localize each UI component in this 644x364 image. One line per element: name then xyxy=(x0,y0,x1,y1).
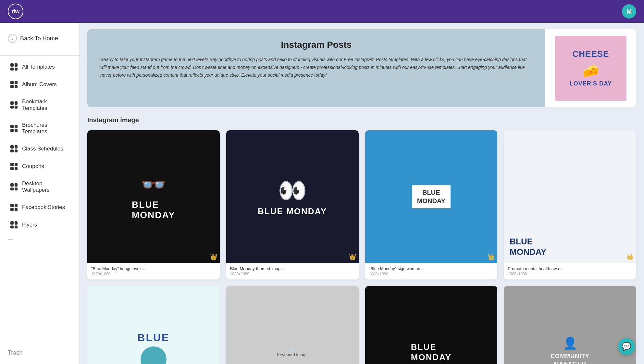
template-grid-row1: 👓 BLUEMONDAY 👑 "Blue Monday" image evok.… xyxy=(87,130,636,280)
crown-icon: 👑 xyxy=(210,253,217,260)
sidebar-item-class-schedules[interactable]: Class Schedules xyxy=(3,141,77,157)
grid-icon xyxy=(10,183,18,190)
grid-icon xyxy=(10,145,18,152)
sidebar-item-coupons[interactable]: Coupons xyxy=(3,158,77,175)
eyes-icon: 👀 xyxy=(278,177,307,204)
grid-icon xyxy=(10,204,18,211)
main-layout: ‹ Back To Home All Templates Album Cover… xyxy=(0,23,644,364)
template-info-1: "Blue Monday" image evok... 1080x1080 xyxy=(87,263,220,280)
grid-icon xyxy=(10,101,18,109)
template-card-8[interactable]: 👤 COMMUNITYMANAGER Community Manager pos… xyxy=(504,286,636,364)
teal-circle xyxy=(141,346,167,364)
main-content: Instagram Posts Ready to take your Insta… xyxy=(80,23,644,364)
template-card-4[interactable]: BLUEMONDAY 👑 Promote mental health awa..… xyxy=(504,130,636,280)
sidebar-item-all-templates[interactable]: All Templates xyxy=(3,59,77,75)
template-card-6[interactable]: ⌨️Keyboard image Person typing on keyboa… xyxy=(226,286,359,364)
topbar: dw M xyxy=(0,0,644,23)
template-size-3: 1080x1080 xyxy=(369,272,494,276)
grid-icon xyxy=(10,81,18,88)
crown-icon: 👑 xyxy=(626,253,634,260)
template-name-3: "Blue Monday" sign woman... xyxy=(369,266,494,271)
hero-banner: Instagram Posts Ready to take your Insta… xyxy=(87,29,636,107)
logo[interactable]: dw xyxy=(8,4,23,19)
template-card-7[interactable]: BLUEMONDAY "Blue Monday" dark poster... … xyxy=(365,286,498,364)
template-thumb-3: BLUEMONDAY 👑 xyxy=(365,130,498,263)
hero-text-area: Instagram Posts Ready to take your Insta… xyxy=(87,29,545,107)
template-thumb-2: 👀 BLUE MONDAY 👑 xyxy=(226,130,359,263)
grid-icon xyxy=(10,63,18,71)
template-size-2: 1080x1080 xyxy=(230,272,355,276)
template-grid-row2: BLUE Blue Monday sad character... 1080x1… xyxy=(87,286,636,364)
template-info-4: Promote mental health awa... 1080x1080 xyxy=(504,263,636,280)
template-size-4: 1080x1080 xyxy=(508,272,632,276)
hero-image: CHEESE 🧀 LOVER'S DAY xyxy=(545,29,636,107)
cheese-title: CHEESE xyxy=(573,49,609,59)
sidebar-item-album-covers[interactable]: Album Covers xyxy=(3,76,77,93)
template-thumb-5: BLUE xyxy=(87,286,220,364)
template-card-3[interactable]: BLUEMONDAY 👑 "Blue Monday" sign woman...… xyxy=(365,130,498,280)
hero-title: Instagram Posts xyxy=(100,40,532,50)
back-to-home-button[interactable]: ‹ Back To Home xyxy=(0,29,79,47)
sidebar-item-bookmark-templates[interactable]: Bookmark Templates xyxy=(3,94,77,116)
grid-icon xyxy=(10,221,18,228)
template-thumb-8: 👤 COMMUNITYMANAGER xyxy=(504,286,636,364)
face-icon: 👓 xyxy=(141,173,167,197)
featured-card: CHEESE 🧀 LOVER'S DAY xyxy=(555,36,626,101)
sidebar-dash: — xyxy=(0,234,79,245)
template-name-4: Promote mental health awa... xyxy=(508,266,632,271)
sidebar-item-desktop-wallpapers[interactable]: Desktop Wallpapers xyxy=(3,176,77,198)
chat-button[interactable]: 💬 xyxy=(618,338,635,355)
hero-description: Ready to take your Instagram game to the… xyxy=(100,56,532,79)
chat-icon: 💬 xyxy=(622,342,631,351)
template-thumb-6: ⌨️Keyboard image xyxy=(226,286,359,364)
template-name-1: "Blue Monday" image evok... xyxy=(91,266,216,271)
sidebar: ‹ Back To Home All Templates Album Cover… xyxy=(0,23,80,364)
template-thumb-1: 👓 BLUEMONDAY 👑 xyxy=(87,130,220,263)
cheese-grater-icon: 🧀 xyxy=(583,63,599,78)
cheese-subtitle: LOVER'S DAY xyxy=(570,80,612,87)
grid-icon xyxy=(10,163,18,170)
sidebar-divider xyxy=(0,55,79,56)
template-thumb-7: BLUEMONDAY xyxy=(365,286,498,364)
template-name-2: Blue Monday-themed imag... xyxy=(230,266,355,271)
template-info-3: "Blue Monday" sign woman... 1080x1080 xyxy=(365,263,498,280)
user-avatar[interactable]: M xyxy=(622,4,636,19)
template-card-1[interactable]: 👓 BLUEMONDAY 👑 "Blue Monday" image evok.… xyxy=(87,130,220,280)
person-icon: 👤 xyxy=(563,336,577,350)
crown-icon: 👑 xyxy=(349,253,356,260)
sidebar-item-flyers[interactable]: Flyers xyxy=(3,217,77,233)
sidebar-item-facebook-stories[interactable]: Facebook Stories xyxy=(3,199,77,215)
grid-icon xyxy=(10,125,18,132)
sidebar-item-trash[interactable]: Trash xyxy=(0,344,79,364)
crown-icon: 👑 xyxy=(488,253,495,260)
template-size-1: 1080x1080 xyxy=(91,272,216,276)
template-card-2[interactable]: 👀 BLUE MONDAY 👑 Blue Monday-themed imag.… xyxy=(226,130,359,280)
sidebar-item-brochures-templates[interactable]: Brochures Templates xyxy=(3,117,77,139)
section-title: Instagram image xyxy=(87,116,636,124)
template-card-5[interactable]: BLUE Blue Monday sad character... 1080x1… xyxy=(87,286,220,364)
back-chevron-icon: ‹ xyxy=(8,34,17,43)
template-thumb-4: BLUEMONDAY 👑 xyxy=(504,130,636,263)
template-info-2: Blue Monday-themed imag... 1080x1080 xyxy=(226,263,359,280)
